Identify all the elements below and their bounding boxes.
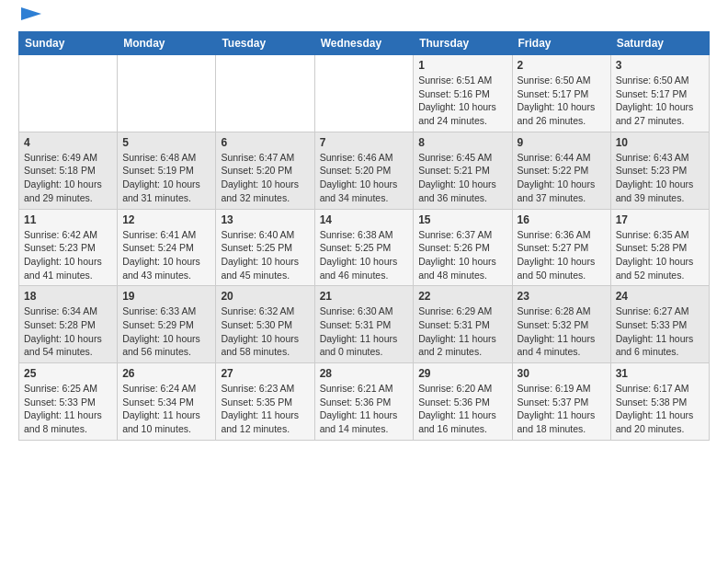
day-number: 28	[320, 367, 409, 380]
calendar-cell: 8Sunrise: 6:45 AMSunset: 5:21 PMDaylight…	[414, 132, 512, 209]
day-info: Sunrise: 6:23 AMSunset: 5:35 PMDaylight:…	[221, 382, 309, 436]
day-number: 14	[320, 213, 409, 226]
calendar-cell: 5Sunrise: 6:48 AMSunset: 5:19 PMDaylight…	[118, 132, 216, 209]
calendar-dow-friday: Friday	[512, 32, 610, 55]
day-info: Sunrise: 6:30 AMSunset: 5:31 PMDaylight:…	[320, 304, 409, 359]
day-number: 2	[518, 59, 606, 72]
day-number: 20	[221, 290, 309, 303]
calendar-cell: 21Sunrise: 6:30 AMSunset: 5:31 PMDayligh…	[314, 286, 414, 363]
calendar-cell: 3Sunrise: 6:50 AMSunset: 5:17 PMDaylight…	[610, 55, 709, 132]
day-number: 8	[418, 136, 506, 149]
day-info: Sunrise: 6:50 AMSunset: 5:17 PMDaylight:…	[518, 74, 606, 128]
day-number: 13	[221, 213, 309, 226]
calendar-cell: 7Sunrise: 6:46 AMSunset: 5:20 PMDaylight…	[314, 132, 414, 209]
calendar-cell: 13Sunrise: 6:40 AMSunset: 5:25 PMDayligh…	[216, 209, 314, 286]
day-info: Sunrise: 6:21 AMSunset: 5:36 PMDaylight:…	[320, 382, 409, 436]
calendar-cell: 17Sunrise: 6:35 AMSunset: 5:28 PMDayligh…	[610, 209, 709, 286]
calendar-cell: 29Sunrise: 6:20 AMSunset: 5:36 PMDayligh…	[414, 363, 512, 441]
day-info: Sunrise: 6:44 AMSunset: 5:22 PMDaylight:…	[518, 151, 606, 205]
calendar-cell: 12Sunrise: 6:41 AMSunset: 5:24 PMDayligh…	[118, 209, 216, 286]
day-info: Sunrise: 6:33 AMSunset: 5:29 PMDaylight:…	[122, 304, 210, 359]
calendar-cell: 11Sunrise: 6:42 AMSunset: 5:23 PMDayligh…	[19, 209, 118, 286]
day-number: 22	[418, 290, 506, 303]
day-number: 12	[122, 213, 210, 226]
calendar-dow-saturday: Saturday	[610, 32, 709, 55]
day-info: Sunrise: 6:25 AMSunset: 5:33 PMDaylight:…	[24, 382, 112, 436]
calendar-dow-wednesday: Wednesday	[314, 32, 414, 55]
day-number: 10	[616, 136, 704, 149]
day-number: 23	[518, 290, 606, 303]
calendar-cell: 19Sunrise: 6:33 AMSunset: 5:29 PMDayligh…	[118, 286, 216, 363]
calendar-cell: 9Sunrise: 6:44 AMSunset: 5:22 PMDaylight…	[512, 132, 610, 209]
calendar-week-5: 25Sunrise: 6:25 AMSunset: 5:33 PMDayligh…	[19, 363, 710, 441]
logo	[18, 15, 41, 24]
day-number: 7	[320, 136, 409, 149]
day-number: 18	[24, 290, 112, 303]
calendar-header-row: SundayMondayTuesdayWednesdayThursdayFrid…	[19, 32, 710, 55]
day-info: Sunrise: 6:48 AMSunset: 5:19 PMDaylight:…	[122, 151, 210, 205]
day-info: Sunrise: 6:19 AMSunset: 5:37 PMDaylight:…	[518, 382, 606, 436]
day-info: Sunrise: 6:35 AMSunset: 5:28 PMDaylight:…	[616, 228, 704, 282]
day-number: 15	[418, 213, 506, 226]
day-number: 26	[122, 367, 210, 380]
calendar-cell: 22Sunrise: 6:29 AMSunset: 5:31 PMDayligh…	[414, 286, 512, 363]
calendar-week-4: 18Sunrise: 6:34 AMSunset: 5:28 PMDayligh…	[19, 286, 710, 363]
day-info: Sunrise: 6:51 AMSunset: 5:16 PMDaylight:…	[418, 74, 506, 128]
calendar-cell: 23Sunrise: 6:28 AMSunset: 5:32 PMDayligh…	[512, 286, 610, 363]
day-number: 1	[418, 59, 506, 72]
day-info: Sunrise: 6:38 AMSunset: 5:25 PMDaylight:…	[320, 228, 409, 282]
calendar-cell: 4Sunrise: 6:49 AMSunset: 5:18 PMDaylight…	[19, 132, 118, 209]
day-number: 5	[122, 136, 210, 149]
calendar-week-3: 11Sunrise: 6:42 AMSunset: 5:23 PMDayligh…	[19, 209, 710, 286]
calendar-cell: 1Sunrise: 6:51 AMSunset: 5:16 PMDaylight…	[414, 55, 512, 132]
day-number: 4	[24, 136, 112, 149]
logo-flag-icon	[21, 7, 41, 24]
day-info: Sunrise: 6:47 AMSunset: 5:20 PMDaylight:…	[221, 151, 309, 205]
day-info: Sunrise: 6:42 AMSunset: 5:23 PMDaylight:…	[24, 228, 112, 282]
calendar-cell: 16Sunrise: 6:36 AMSunset: 5:27 PMDayligh…	[512, 209, 610, 286]
day-info: Sunrise: 6:37 AMSunset: 5:26 PMDaylight:…	[418, 228, 506, 282]
day-number: 24	[616, 290, 704, 303]
day-number: 6	[221, 136, 309, 149]
calendar-dow-monday: Monday	[118, 32, 216, 55]
day-number: 16	[518, 213, 606, 226]
day-number: 9	[518, 136, 606, 149]
day-number: 21	[320, 290, 409, 303]
day-number: 19	[122, 290, 210, 303]
day-info: Sunrise: 6:49 AMSunset: 5:18 PMDaylight:…	[24, 151, 112, 205]
calendar-cell: 26Sunrise: 6:24 AMSunset: 5:34 PMDayligh…	[118, 363, 216, 441]
calendar-cell	[118, 55, 216, 132]
calendar-cell: 6Sunrise: 6:47 AMSunset: 5:20 PMDaylight…	[216, 132, 314, 209]
svg-marker-0	[21, 7, 41, 20]
day-info: Sunrise: 6:27 AMSunset: 5:33 PMDaylight:…	[616, 304, 704, 359]
calendar-cell	[19, 55, 118, 132]
calendar-cell: 31Sunrise: 6:17 AMSunset: 5:38 PMDayligh…	[610, 363, 709, 441]
calendar-cell: 28Sunrise: 6:21 AMSunset: 5:36 PMDayligh…	[314, 363, 414, 441]
day-info: Sunrise: 6:17 AMSunset: 5:38 PMDaylight:…	[616, 382, 704, 436]
calendar-table: SundayMondayTuesdayWednesdayThursdayFrid…	[18, 31, 710, 441]
day-info: Sunrise: 6:46 AMSunset: 5:20 PMDaylight:…	[320, 151, 409, 205]
calendar-dow-tuesday: Tuesday	[216, 32, 314, 55]
calendar-dow-sunday: Sunday	[19, 32, 118, 55]
calendar-cell	[216, 55, 314, 132]
calendar-cell: 14Sunrise: 6:38 AMSunset: 5:25 PMDayligh…	[314, 209, 414, 286]
day-number: 27	[221, 367, 309, 380]
page-header	[18, 15, 710, 24]
calendar-week-1: 1Sunrise: 6:51 AMSunset: 5:16 PMDaylight…	[19, 55, 710, 132]
day-info: Sunrise: 6:34 AMSunset: 5:28 PMDaylight:…	[24, 304, 112, 359]
day-number: 3	[616, 59, 704, 72]
calendar-week-2: 4Sunrise: 6:49 AMSunset: 5:18 PMDaylight…	[19, 132, 710, 209]
day-info: Sunrise: 6:41 AMSunset: 5:24 PMDaylight:…	[122, 228, 210, 282]
day-number: 30	[518, 367, 606, 380]
calendar-cell: 30Sunrise: 6:19 AMSunset: 5:37 PMDayligh…	[512, 363, 610, 441]
calendar-cell: 15Sunrise: 6:37 AMSunset: 5:26 PMDayligh…	[414, 209, 512, 286]
day-number: 11	[24, 213, 112, 226]
calendar-cell: 25Sunrise: 6:25 AMSunset: 5:33 PMDayligh…	[19, 363, 118, 441]
day-number: 29	[418, 367, 506, 380]
calendar-cell: 10Sunrise: 6:43 AMSunset: 5:23 PMDayligh…	[610, 132, 709, 209]
calendar-cell: 24Sunrise: 6:27 AMSunset: 5:33 PMDayligh…	[610, 286, 709, 363]
day-info: Sunrise: 6:40 AMSunset: 5:25 PMDaylight:…	[221, 228, 309, 282]
day-info: Sunrise: 6:20 AMSunset: 5:36 PMDaylight:…	[418, 382, 506, 436]
day-number: 17	[616, 213, 704, 226]
calendar-cell: 18Sunrise: 6:34 AMSunset: 5:28 PMDayligh…	[19, 286, 118, 363]
